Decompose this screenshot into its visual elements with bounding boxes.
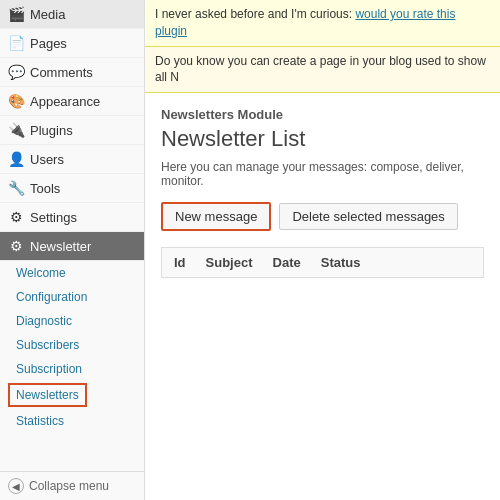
col-id: Id	[174, 255, 186, 270]
media-icon: 🎬	[8, 6, 24, 22]
sidebar: 🎬 Media 📄 Pages 💬 Comments 🎨 Appearance …	[0, 0, 145, 500]
sidebar-item-settings[interactable]: ⚙ Settings	[0, 203, 144, 232]
notice-bar-2: Do you know you can create a page in you…	[145, 47, 500, 94]
page-title: Newsletter List	[161, 126, 484, 152]
sidebar-sub-subscription[interactable]: Subscription	[0, 357, 144, 381]
sidebar-sub-newsletters[interactable]: Newsletters	[8, 383, 87, 407]
new-message-button[interactable]: New message	[161, 202, 271, 231]
sidebar-item-media[interactable]: 🎬 Media	[0, 0, 144, 29]
sidebar-sub-welcome[interactable]: Welcome	[0, 261, 144, 285]
sidebar-item-users[interactable]: 👤 Users	[0, 145, 144, 174]
main-content: I never asked before and I'm curious: wo…	[145, 0, 500, 500]
sidebar-sub-subscribers[interactable]: Subscribers	[0, 333, 144, 357]
col-date: Date	[273, 255, 301, 270]
notice-bar-1: I never asked before and I'm curious: wo…	[145, 0, 500, 47]
sidebar-item-label: Tools	[30, 181, 60, 196]
newsletter-icon: ⚙	[8, 238, 24, 254]
tools-icon: 🔧	[8, 180, 24, 196]
appearance-icon: 🎨	[8, 93, 24, 109]
users-icon: 👤	[8, 151, 24, 167]
content-area: Newsletters Module Newsletter List Here …	[145, 93, 500, 292]
col-status: Status	[321, 255, 361, 270]
sidebar-item-label: Pages	[30, 36, 67, 51]
sidebar-item-pages[interactable]: 📄 Pages	[0, 29, 144, 58]
sidebar-item-comments[interactable]: 💬 Comments	[0, 58, 144, 87]
sidebar-item-appearance[interactable]: 🎨 Appearance	[0, 87, 144, 116]
settings-icon: ⚙	[8, 209, 24, 225]
sidebar-item-label: Comments	[30, 65, 93, 80]
action-bar: New message Delete selected messages	[161, 202, 484, 231]
page-description: Here you can manage your messages: compo…	[161, 160, 484, 188]
table-header: Id Subject Date Status	[161, 247, 484, 278]
col-subject: Subject	[206, 255, 253, 270]
sidebar-sub-newsletters-wrapper: Newsletters	[0, 381, 144, 409]
sidebar-item-label: Plugins	[30, 123, 73, 138]
plugins-icon: 🔌	[8, 122, 24, 138]
comments-icon: 💬	[8, 64, 24, 80]
sidebar-item-newsletter[interactable]: ⚙ Newsletter	[0, 232, 144, 261]
sidebar-item-label: Media	[30, 7, 65, 22]
module-title: Newsletters Module	[161, 107, 484, 122]
sidebar-sub-diagnostic[interactable]: Diagnostic	[0, 309, 144, 333]
sidebar-item-label: Newsletter	[30, 239, 91, 254]
sidebar-item-tools[interactable]: 🔧 Tools	[0, 174, 144, 203]
sidebar-item-plugins[interactable]: 🔌 Plugins	[0, 116, 144, 145]
sidebar-item-label: Appearance	[30, 94, 100, 109]
pages-icon: 📄	[8, 35, 24, 51]
sidebar-item-label: Users	[30, 152, 64, 167]
sidebar-item-label: Settings	[30, 210, 77, 225]
collapse-icon: ◀	[8, 478, 24, 494]
sidebar-sub-configuration[interactable]: Configuration	[0, 285, 144, 309]
sidebar-sub-statistics[interactable]: Statistics	[0, 409, 144, 433]
delete-selected-button[interactable]: Delete selected messages	[279, 203, 457, 230]
collapse-menu-button[interactable]: ◀ Collapse menu	[0, 471, 144, 500]
